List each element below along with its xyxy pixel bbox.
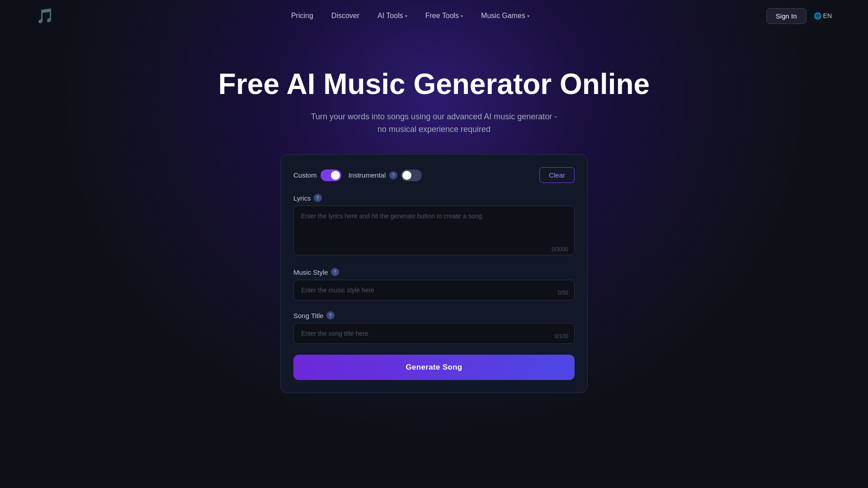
music-style-help-icon[interactable]: ? [331, 268, 339, 276]
nav-link-discover[interactable]: Discover [331, 12, 359, 20]
custom-label: Custom [293, 171, 317, 179]
custom-toggle[interactable] [321, 169, 341, 181]
song-title-label: Song Title ? [293, 311, 575, 319]
generate-button[interactable]: Generate Song [293, 355, 575, 380]
logo-icon: 🎵 [36, 7, 54, 24]
toggle-left: Custom Instrumental ? [293, 169, 422, 181]
instrumental-label: Instrumental [349, 171, 386, 179]
lyrics-textarea[interactable] [293, 206, 575, 255]
song-title-help-icon[interactable]: ? [326, 311, 335, 319]
nav-links: Pricing Discover AI Tools ▾ Free Tools ▾ [291, 12, 529, 20]
lyrics-field-wrapper: 0/3000 [293, 206, 575, 257]
song-title-input[interactable] [293, 323, 575, 344]
nav-link-pricing[interactable]: Pricing [291, 12, 313, 20]
nav-item-discover[interactable]: Discover [331, 12, 359, 20]
song-title-field-wrapper: 0/100 [293, 323, 575, 344]
nav-item-free-tools[interactable]: Free Tools ▾ [425, 12, 463, 20]
nav-right: Sign In 🌐 EN [766, 8, 832, 24]
page-title: Free AI Music Generator Online [218, 68, 650, 101]
language-icon: 🌐 [814, 12, 821, 19]
nav-link-ai-tools[interactable]: AI Tools ▾ [377, 12, 407, 20]
language-button[interactable]: 🌐 EN [814, 12, 832, 19]
navbar: 🎵 Pricing Discover AI Tools ▾ Free Tools… [0, 0, 868, 32]
clear-button[interactable]: Clear [539, 167, 575, 183]
logo[interactable]: 🎵 [36, 7, 54, 24]
ai-tools-dropdown-icon: ▾ [405, 14, 407, 19]
music-style-field-group: Music Style ? 0/50 [293, 268, 575, 300]
lyrics-char-count: 0/3000 [552, 246, 568, 253]
custom-toggle-group: Custom [293, 169, 341, 181]
free-tools-dropdown-icon: ▾ [461, 14, 463, 19]
nav-item-ai-tools[interactable]: AI Tools ▾ [377, 12, 407, 20]
instrumental-toggle[interactable] [401, 169, 422, 181]
music-style-char-count: 0/50 [558, 290, 568, 296]
nav-item-music-games[interactable]: Music Games ▾ [481, 12, 529, 20]
hero-section: Free AI Music Generator Online Turn your… [218, 32, 650, 154]
music-style-field-wrapper: 0/50 [293, 280, 575, 300]
song-title-char-count: 0/100 [555, 333, 568, 339]
instrumental-toggle-thumb [402, 171, 411, 180]
nav-item-pricing[interactable]: Pricing [291, 12, 313, 20]
instrumental-toggle-group: Instrumental ? [349, 169, 422, 181]
language-label: EN [823, 12, 832, 19]
lyrics-label: Lyrics ? [293, 194, 575, 202]
nav-link-music-games[interactable]: Music Games ▾ [481, 12, 529, 20]
music-style-input[interactable] [293, 280, 575, 300]
toggle-row: Custom Instrumental ? [293, 167, 575, 183]
lyrics-field-group: Lyrics ? 0/3000 [293, 194, 575, 257]
form-card: Custom Instrumental ? [280, 154, 588, 393]
instrumental-help-icon[interactable]: ? [389, 171, 397, 179]
sign-in-button[interactable]: Sign In [766, 8, 807, 24]
custom-toggle-thumb [331, 171, 340, 180]
music-style-label: Music Style ? [293, 268, 575, 276]
song-title-field-group: Song Title ? 0/100 [293, 311, 575, 344]
hero-subtitle: Turn your words into songs using our adv… [307, 110, 561, 136]
music-games-dropdown-icon: ▾ [527, 14, 529, 19]
lyrics-help-icon[interactable]: ? [314, 194, 322, 202]
nav-link-free-tools[interactable]: Free Tools ▾ [425, 12, 463, 20]
